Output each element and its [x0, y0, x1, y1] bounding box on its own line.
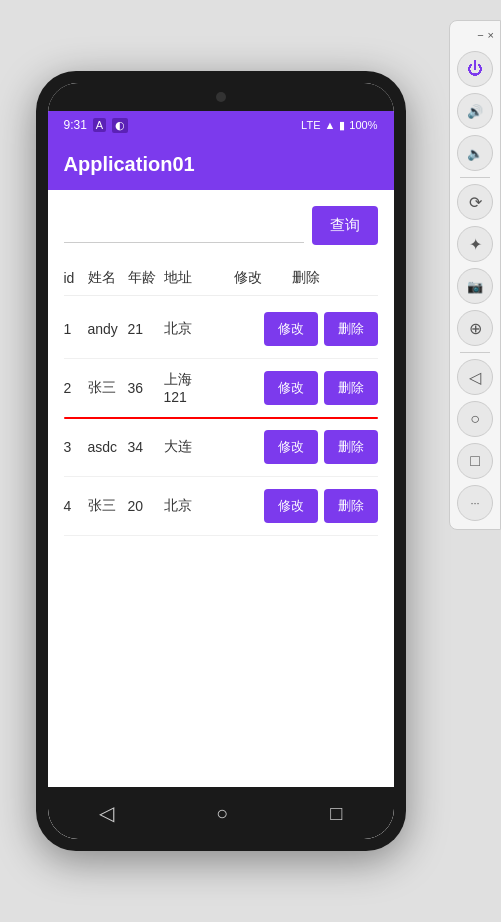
row-4-actions: 修改 删除: [264, 489, 378, 523]
status-icon-p: ◐: [112, 118, 128, 133]
row-3-id: 3: [64, 439, 88, 455]
battery-icon: ▮: [339, 119, 345, 132]
header-edit: 修改: [214, 269, 282, 287]
table-row: 3 asdc 34 大连 修改 删除: [64, 418, 378, 477]
row-3-age: 34: [128, 439, 164, 455]
row-3-data: 3 asdc 34 大连: [64, 438, 264, 456]
row-2-id: 2: [64, 380, 88, 396]
table-header: id 姓名 年龄 地址 修改 删除: [64, 261, 378, 296]
row-4-addr: 北京: [164, 497, 214, 515]
row-2-name: 张三: [88, 379, 128, 397]
row-4-data: 4 张三 20 北京: [64, 497, 264, 515]
search-row: 查询: [64, 206, 378, 245]
volume-up-button[interactable]: 🔊: [457, 93, 493, 129]
signal-icon: ▲: [324, 119, 335, 131]
row-1-delete-button[interactable]: 删除: [324, 312, 378, 346]
erase-button[interactable]: ✦: [457, 226, 493, 262]
search-input[interactable]: [64, 209, 304, 243]
header-name: 姓名: [88, 269, 128, 287]
app-title: Application01: [64, 153, 195, 175]
camera-button[interactable]: 📷: [457, 268, 493, 304]
row-4-name: 张三: [88, 497, 128, 515]
header-id: id: [64, 270, 88, 286]
row-4-delete-button[interactable]: 删除: [324, 489, 378, 523]
minimize-button[interactable]: −: [477, 29, 483, 41]
row-2-actions: 修改 删除: [264, 371, 378, 405]
close-button[interactable]: ×: [488, 29, 494, 41]
status-right: LTE ▲ ▮ 100%: [301, 119, 377, 132]
header-age: 年龄: [128, 269, 164, 287]
row-2-age: 36: [128, 380, 164, 396]
row-1-addr: 北京: [164, 320, 214, 338]
row-4-edit-button[interactable]: 修改: [264, 489, 318, 523]
power-button[interactable]: ⏻: [457, 51, 493, 87]
more-button[interactable]: ···: [457, 485, 493, 521]
sidebar-divider-2: [460, 352, 490, 353]
sidebar-divider-1: [460, 177, 490, 178]
row-2-edit-button[interactable]: 修改: [264, 371, 318, 405]
status-time: 9:31: [64, 118, 87, 132]
row-2-data: 2 张三 36 上海121: [64, 371, 264, 405]
recent-nav-button[interactable]: □: [457, 443, 493, 479]
table-row: 2 张三 36 上海121 修改 删除: [64, 359, 378, 418]
row-1-name: andy: [88, 321, 128, 337]
row-4-age: 20: [128, 498, 164, 514]
phone-screen: 9:31 A ◐ LTE ▲ ▮ 100% Application01 查询: [48, 83, 394, 839]
back-button[interactable]: ◁: [91, 793, 122, 833]
row-3-name: asdc: [88, 439, 128, 455]
rotate-button[interactable]: ⟳: [457, 184, 493, 220]
volume-down-button[interactable]: 🔈: [457, 135, 493, 171]
row-3-addr: 大连: [164, 438, 214, 456]
phone-frame: 9:31 A ◐ LTE ▲ ▮ 100% Application01 查询: [36, 71, 406, 851]
row-1-id: 1: [64, 321, 88, 337]
row-1-age: 21: [128, 321, 164, 337]
status-left: 9:31 A ◐: [64, 118, 129, 133]
status-lte: LTE: [301, 119, 320, 131]
status-icon-a: A: [93, 118, 106, 132]
header-addr: 地址: [164, 269, 214, 287]
row-3-actions: 修改 删除: [264, 430, 378, 464]
row-4-id: 4: [64, 498, 88, 514]
table-row: 4 张三 20 北京 修改 删除: [64, 477, 378, 536]
row-2-delete-button[interactable]: 删除: [324, 371, 378, 405]
row-2-addr: 上海121: [164, 371, 214, 405]
home-nav-button[interactable]: ○: [457, 401, 493, 437]
row-3-edit-button[interactable]: 修改: [264, 430, 318, 464]
row-3-delete-button[interactable]: 删除: [324, 430, 378, 464]
phone-top-bar: [48, 83, 394, 111]
status-battery: 100%: [349, 119, 377, 131]
emulator-sidebar: − × ⏻ 🔊 🔈 ⟳ ✦ 📷 ⊕ ◁ ○ □ ···: [449, 20, 501, 530]
status-bar: 9:31 A ◐ LTE ▲ ▮ 100%: [48, 111, 394, 139]
back-nav-button[interactable]: ◁: [457, 359, 493, 395]
camera-dot: [216, 92, 226, 102]
search-button[interactable]: 查询: [312, 206, 378, 245]
row-1-actions: 修改 删除: [264, 312, 378, 346]
zoom-button[interactable]: ⊕: [457, 310, 493, 346]
recent-button[interactable]: □: [322, 794, 350, 833]
row-1-data: 1 andy 21 北京: [64, 320, 264, 338]
bottom-nav: ◁ ○ □: [48, 787, 394, 839]
header-del: 删除: [282, 269, 330, 287]
content-area: 查询 id 姓名 年龄 地址 修改 删除 1 andy 21 北京: [48, 190, 394, 787]
emulator-top-controls: − ×: [450, 29, 500, 45]
home-button[interactable]: ○: [208, 794, 236, 833]
app-bar: Application01: [48, 139, 394, 190]
table-row: 1 andy 21 北京 修改 删除: [64, 300, 378, 359]
row-1-edit-button[interactable]: 修改: [264, 312, 318, 346]
